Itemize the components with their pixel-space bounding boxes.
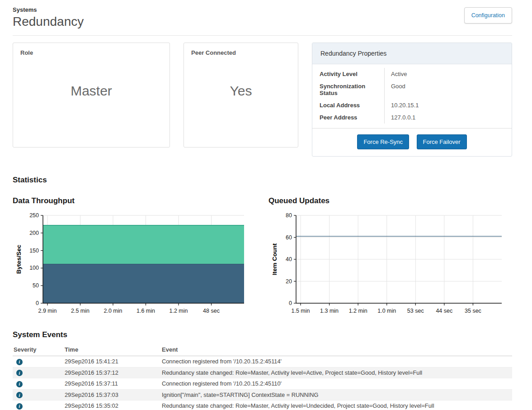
- event-time: 29Sep2016 15:37:11: [64, 378, 161, 390]
- svg-text:Item Count: Item Count: [271, 243, 278, 275]
- svg-text:20: 20: [286, 278, 292, 285]
- breadcrumb: Systems: [13, 6, 84, 13]
- event-text: Redundancy state changed: Role=Master, A…: [161, 400, 512, 410]
- redundancy-properties-body: Activity Level Active Synchronization St…: [312, 64, 512, 128]
- svg-text:1.2 min: 1.2 min: [169, 308, 188, 314]
- property-label-activity-level: Activity Level: [312, 68, 385, 80]
- svg-text:1.2 min: 1.2 min: [349, 308, 367, 314]
- event-text: Connection registered from '/10.20.15.2:…: [161, 356, 512, 367]
- data-throughput-chart-title: Data Throughput: [13, 196, 268, 205]
- event-severity-cell: i: [13, 400, 64, 410]
- peer-connected-card: Peer Connected Yes: [184, 43, 298, 148]
- peer-connected-value-wrap: Yes: [191, 56, 291, 141]
- force-resync-button[interactable]: Force Re-Sync: [357, 134, 409, 149]
- property-label-local-address: Local Address: [312, 99, 385, 111]
- property-value-sync-status: Good: [385, 80, 512, 99]
- page-header: Systems Redundancy Configuration: [13, 6, 512, 29]
- peer-connected-label: Peer Connected: [191, 49, 291, 56]
- event-text: Redundancy state changed: Role=Master, A…: [161, 367, 512, 378]
- svg-text:1.3 min: 1.3 min: [320, 308, 339, 314]
- info-icon: i: [16, 392, 23, 398]
- redundancy-page: Systems Redundancy Configuration Role Ma…: [0, 0, 532, 410]
- info-icon: i: [16, 381, 23, 387]
- property-value-peer-address: 127.0.0.1: [385, 111, 512, 124]
- svg-text:53 sec: 53 sec: [407, 308, 424, 314]
- svg-text:40: 40: [286, 256, 292, 262]
- charts-row: Data Throughput 0501001502002502.9 min2.…: [13, 196, 512, 319]
- event-text: Ignition["/main", state=STARTING] Contex…: [161, 389, 512, 400]
- configuration-button[interactable]: Configuration: [464, 7, 512, 24]
- event-row: i29Sep2016 15:37:12Redundancy state chan…: [13, 367, 512, 378]
- event-text: Connection registered from '/10.20.15.2:…: [161, 378, 512, 390]
- event-severity-cell: i: [13, 378, 64, 390]
- event-time: 29Sep2016 15:35:02: [64, 400, 161, 410]
- event-severity-cell: i: [13, 389, 64, 400]
- force-failover-button[interactable]: Force Failover: [417, 134, 467, 149]
- svg-text:0: 0: [289, 300, 292, 306]
- events-table-body: i29Sep2016 15:41:21Connection registered…: [13, 356, 512, 410]
- svg-text:35 sec: 35 sec: [465, 308, 481, 314]
- data-throughput-chart: 0501001502002502.9 min2.5 min2.0 min1.6 …: [13, 211, 246, 319]
- svg-text:2.9 min: 2.9 min: [38, 308, 57, 314]
- event-row: i29Sep2016 15:37:03Ignition["/main", sta…: [13, 389, 512, 400]
- svg-text:1.0 min: 1.0 min: [377, 308, 396, 314]
- queued-updates-chart: 0204060801.5 min1.3 min1.2 min1.0 min53 …: [268, 211, 504, 319]
- event-severity-cell: i: [13, 367, 64, 378]
- status-cards-row: Role Master Peer Connected Yes Redundanc…: [13, 43, 512, 157]
- system-events-heading: System Events: [13, 330, 512, 339]
- event-row: i29Sep2016 15:35:02Redundancy state chan…: [13, 400, 512, 410]
- event-time: 29Sep2016 15:37:03: [64, 389, 161, 400]
- svg-text:48 sec: 48 sec: [203, 308, 220, 314]
- statistics-heading: Statistics: [13, 176, 512, 185]
- events-header-row: Severity Time Event: [13, 343, 512, 356]
- property-label-peer-address: Peer Address: [312, 111, 385, 124]
- role-value-wrap: Master: [20, 56, 162, 141]
- svg-text:200: 200: [29, 230, 39, 236]
- svg-text:150: 150: [29, 248, 39, 254]
- event-time: 29Sep2016 15:37:12: [64, 367, 161, 378]
- svg-text:60: 60: [286, 234, 292, 241]
- svg-text:80: 80: [286, 212, 292, 219]
- system-events-table: Severity Time Event i29Sep2016 15:41:21C…: [13, 343, 512, 410]
- queued-updates-chart-title: Queued Updates: [268, 196, 512, 205]
- event-time: 29Sep2016 15:41:21: [64, 356, 161, 367]
- svg-text:250: 250: [29, 212, 39, 219]
- peer-connected-value: Yes: [230, 83, 252, 99]
- svg-text:Bytes/Sec: Bytes/Sec: [15, 244, 22, 274]
- svg-text:1.6 min: 1.6 min: [137, 308, 155, 314]
- svg-text:2.0 min: 2.0 min: [104, 308, 122, 314]
- svg-text:0: 0: [36, 300, 39, 306]
- info-icon: i: [16, 403, 23, 410]
- queued-updates-chart-container: Queued Updates 0204060801.5 min1.3 min1.…: [268, 196, 512, 319]
- svg-text:44 sec: 44 sec: [436, 308, 452, 314]
- event-row: i29Sep2016 15:41:21Connection registered…: [13, 356, 512, 367]
- event-severity-cell: i: [13, 356, 64, 367]
- column-header-severity: Severity: [13, 343, 64, 356]
- page-title: Redundancy: [13, 14, 84, 29]
- property-value-activity-level: Active: [385, 68, 512, 80]
- svg-text:50: 50: [33, 282, 39, 289]
- role-card: Role Master: [13, 43, 170, 148]
- event-row: i29Sep2016 15:37:11Connection registered…: [13, 378, 512, 390]
- svg-text:1.5 min: 1.5 min: [292, 308, 310, 314]
- info-icon: i: [16, 359, 23, 365]
- header-titles: Systems Redundancy: [13, 6, 84, 29]
- header-divider: [13, 35, 512, 36]
- info-icon: i: [16, 370, 23, 376]
- role-label: Role: [20, 49, 162, 56]
- property-label-sync-status: Synchronization Status: [312, 80, 385, 99]
- data-throughput-chart-container: Data Throughput 0501001502002502.9 min2.…: [13, 196, 268, 319]
- redundancy-properties-panel: Redundancy Properties Activity Level Act…: [312, 43, 512, 157]
- svg-text:100: 100: [29, 265, 39, 271]
- column-header-event: Event: [161, 343, 512, 356]
- column-header-time: Time: [64, 343, 161, 356]
- property-value-local-address: 10.20.15.1: [385, 99, 512, 111]
- redundancy-properties-title: Redundancy Properties: [312, 43, 512, 64]
- redundancy-properties-footer: Force Re-Sync Force Failover: [312, 128, 512, 156]
- svg-text:2.5 min: 2.5 min: [71, 308, 89, 314]
- role-value: Master: [71, 83, 112, 99]
